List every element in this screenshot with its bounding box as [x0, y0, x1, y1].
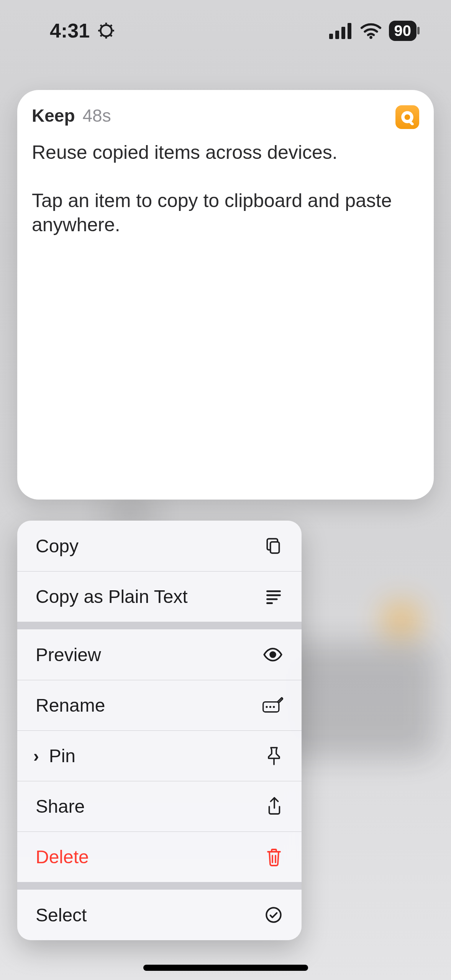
battery-level: 90 [394, 22, 412, 39]
text-lines-icon [264, 587, 283, 606]
battery-badge: 90 [389, 21, 417, 41]
trash-icon [265, 847, 283, 867]
svg-rect-9 [271, 542, 279, 553]
svg-point-5 [369, 36, 372, 39]
menu-separator [17, 622, 302, 629]
svg-point-16 [266, 706, 267, 708]
menu-rename-label: Rename [36, 695, 105, 716]
menu-rename[interactable]: Rename [17, 680, 302, 730]
card-age: 48s [82, 105, 111, 126]
menu-select[interactable]: Select [17, 890, 302, 940]
svg-rect-1 [329, 34, 333, 39]
alarm-icon [97, 21, 116, 40]
eye-icon [262, 644, 283, 665]
app-icon [395, 105, 419, 129]
share-icon [266, 796, 283, 817]
status-bar: 4:31 90 [0, 0, 451, 61]
chevron-right-icon: › [33, 746, 39, 766]
card-body: Reuse copied items across devices. Tap a… [32, 140, 419, 237]
menu-copy[interactable]: Copy [17, 521, 302, 571]
menu-preview[interactable]: Preview [17, 629, 302, 680]
wifi-icon [360, 22, 382, 39]
home-indicator[interactable] [143, 965, 308, 971]
svg-rect-4 [348, 23, 351, 39]
svg-point-22 [266, 908, 281, 922]
context-menu: Copy Copy as Plain Text Preview [17, 521, 302, 940]
menu-preview-label: Preview [36, 644, 101, 665]
card-source-app: Keep [32, 105, 75, 126]
status-left: 4:31 [50, 19, 116, 42]
svg-point-17 [269, 706, 271, 708]
menu-copy-plain[interactable]: Copy as Plain Text [17, 571, 302, 622]
preview-card[interactable]: Keep 48s Reuse copied items across devic… [17, 90, 434, 500]
status-right: 90 [329, 21, 417, 41]
svg-rect-3 [341, 27, 345, 39]
menu-select-label: Select [36, 905, 87, 926]
svg-point-18 [273, 706, 275, 708]
clock-time: 4:31 [50, 19, 90, 42]
menu-delete[interactable]: Delete [17, 831, 302, 882]
copy-icon [264, 536, 283, 555]
menu-share-label: Share [36, 796, 85, 817]
svg-point-7 [405, 114, 410, 120]
svg-point-0 [100, 25, 112, 36]
rename-icon [262, 697, 283, 714]
check-circle-icon [264, 905, 283, 924]
menu-copy-label: Copy [36, 536, 79, 557]
menu-pin[interactable]: › Pin [17, 730, 302, 781]
svg-rect-2 [335, 31, 339, 39]
menu-separator [17, 882, 302, 890]
pin-icon [265, 746, 283, 766]
menu-pin-label: Pin [49, 745, 75, 766]
menu-share[interactable]: Share [17, 781, 302, 831]
menu-copy-plain-label: Copy as Plain Text [36, 586, 188, 607]
menu-delete-label: Delete [36, 846, 89, 867]
cellular-icon [329, 22, 353, 39]
svg-point-14 [270, 652, 276, 657]
card-header: Keep 48s [32, 105, 419, 129]
